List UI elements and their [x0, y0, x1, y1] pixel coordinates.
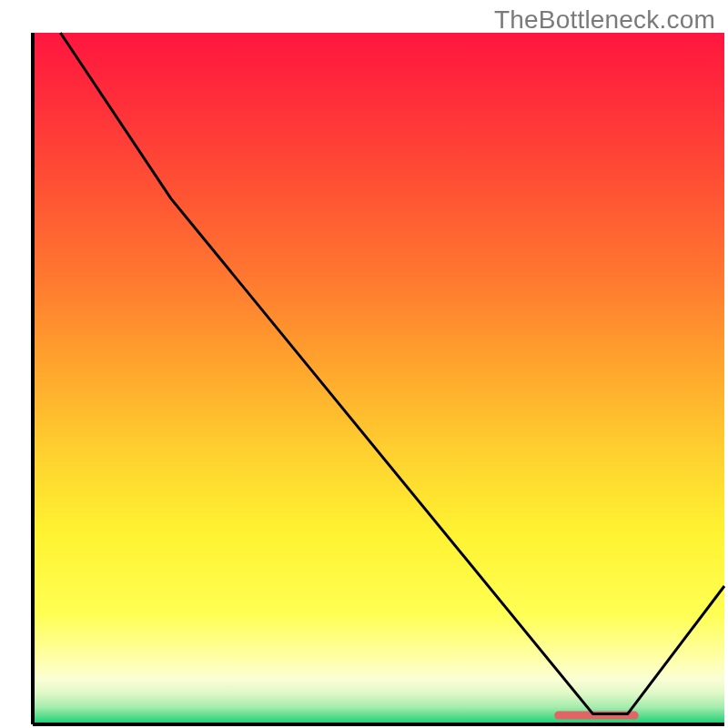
plot-background: [33, 33, 724, 724]
chart-svg: [0, 0, 728, 728]
bottleneck-chart: TheBottleneck.com: [0, 0, 728, 728]
